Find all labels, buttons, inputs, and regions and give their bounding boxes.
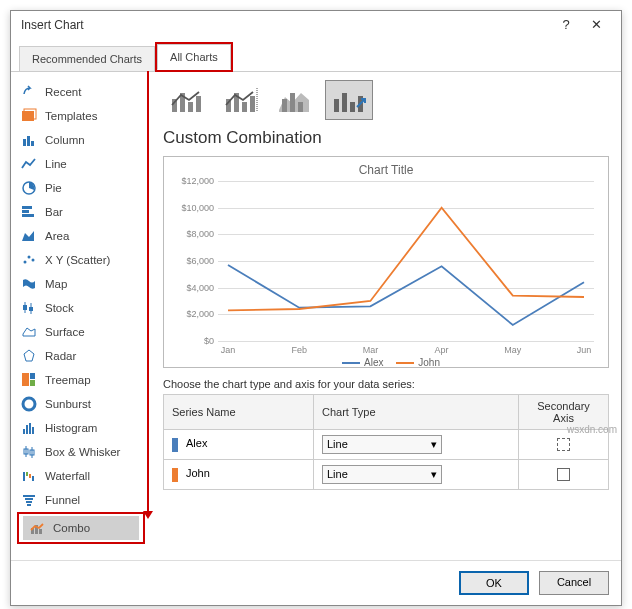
surface-icon	[21, 324, 37, 340]
column-icon	[21, 132, 37, 148]
insert-chart-dialog: Insert Chart ? ✕ Recommended Charts All …	[10, 10, 622, 606]
close-button[interactable]: ✕	[581, 17, 611, 32]
sidebar-item-radar[interactable]: Radar	[11, 344, 151, 368]
combo-thumb-3[interactable]	[271, 80, 319, 120]
plot-area: $0$2,000$4,000$6,000$8,000$10,000$12,000…	[218, 181, 594, 341]
chart-type-select-john[interactable]: Line▾	[322, 465, 442, 484]
sidebar-item-line[interactable]: Line	[11, 152, 151, 176]
svg-rect-36	[27, 504, 31, 506]
sunburst-icon	[21, 396, 37, 412]
sidebar-item-xy[interactable]: X Y (Scatter)	[11, 248, 151, 272]
ok-button[interactable]: OK	[459, 571, 529, 595]
secondary-axis-checkbox-john[interactable]	[557, 468, 570, 481]
chevron-down-icon: ▾	[431, 438, 437, 451]
svg-marker-16	[24, 350, 34, 361]
sidebar-label: Waterfall	[45, 470, 90, 482]
tab-all-highlight: All Charts	[155, 42, 233, 72]
sidebar-label: Funnel	[45, 494, 80, 506]
svg-rect-52	[334, 99, 339, 112]
th-chart-type: Chart Type	[314, 395, 519, 430]
sidebar-label: Column	[45, 134, 85, 146]
section-title: Custom Combination	[163, 128, 609, 148]
sidebar-item-stock[interactable]: Stock	[11, 296, 151, 320]
boxwhisker-icon	[21, 444, 37, 460]
cancel-button[interactable]: Cancel	[539, 571, 609, 595]
sidebar-item-combo[interactable]: Combo	[23, 516, 139, 540]
sidebar-label: Pie	[45, 182, 62, 194]
chart-type-select-alex[interactable]: Line▾	[322, 435, 442, 454]
treemap-icon	[21, 372, 37, 388]
sidebar-label: Histogram	[45, 422, 97, 434]
sidebar-item-boxwhisker[interactable]: Box & Whisker	[11, 440, 151, 464]
svg-rect-13	[23, 305, 27, 310]
svg-rect-33	[23, 495, 35, 497]
series-name: John	[186, 467, 210, 479]
tab-recommended[interactable]: Recommended Charts	[19, 46, 155, 72]
sidebar-label: Templates	[45, 110, 97, 122]
svg-rect-30	[26, 472, 28, 476]
sidebar-label: Bar	[45, 206, 63, 218]
combo-thumb-1[interactable]	[163, 80, 211, 120]
chart-preview[interactable]: Chart Title $0$2,000$4,000$6,000$8,000$1…	[163, 156, 609, 368]
sidebar-combo-highlight: Combo	[17, 512, 145, 544]
sidebar-item-funnel[interactable]: Funnel	[11, 488, 151, 512]
sidebar-item-recent[interactable]: Recent	[11, 80, 151, 104]
legend-label: Alex	[364, 357, 383, 368]
funnel-icon	[21, 492, 37, 508]
waterfall-icon	[21, 468, 37, 484]
svg-rect-8	[22, 214, 34, 217]
bar-icon	[21, 204, 37, 220]
sidebar-item-bar[interactable]: Bar	[11, 200, 151, 224]
svg-rect-4	[31, 141, 34, 146]
svg-rect-6	[22, 206, 32, 209]
map-icon	[21, 276, 37, 292]
help-button[interactable]: ?	[551, 17, 581, 32]
svg-rect-23	[29, 423, 31, 434]
legend-swatch-john	[396, 362, 414, 364]
select-value: Line	[327, 468, 348, 481]
combo-icon	[29, 520, 45, 536]
svg-rect-15	[29, 307, 33, 311]
sidebar-item-waterfall[interactable]: Waterfall	[11, 464, 151, 488]
svg-rect-31	[29, 474, 31, 478]
main-panel: Custom Combination Chart Title $0$2,000$…	[151, 72, 621, 552]
sidebar-label: Treemap	[45, 374, 91, 386]
combo-thumb-4-custom[interactable]	[325, 80, 373, 120]
sidebar-item-histogram[interactable]: Histogram	[11, 416, 151, 440]
svg-rect-54	[350, 102, 355, 112]
chart-type-sidebar: Recent Templates Column Line Pie Bar Are…	[11, 72, 151, 552]
svg-rect-39	[39, 529, 42, 534]
svg-rect-50	[290, 93, 295, 112]
sidebar-label: Box & Whisker	[45, 446, 120, 458]
dialog-title: Insert Chart	[21, 18, 84, 32]
svg-rect-53	[342, 93, 347, 112]
series-swatch	[172, 468, 178, 482]
tabs: Recommended Charts All Charts	[11, 42, 621, 72]
line-icon	[21, 156, 37, 172]
svg-rect-17	[22, 373, 29, 386]
recent-icon	[21, 84, 37, 100]
sidebar-item-column[interactable]: Column	[11, 128, 151, 152]
svg-point-11	[32, 259, 35, 262]
histogram-icon	[21, 420, 37, 436]
sidebar-item-surface[interactable]: Surface	[11, 320, 151, 344]
combo-thumb-2[interactable]	[217, 80, 265, 120]
sidebar-label: Stock	[45, 302, 74, 314]
svg-rect-29	[23, 472, 25, 481]
sidebar-label: Radar	[45, 350, 76, 362]
sidebar-item-pie[interactable]: Pie	[11, 176, 151, 200]
secondary-axis-checkbox-alex[interactable]	[557, 438, 570, 451]
sidebar-item-templates[interactable]: Templates	[11, 104, 151, 128]
radar-icon	[21, 348, 37, 364]
titlebar: Insert Chart ? ✕	[11, 11, 621, 38]
sidebar-label: Area	[45, 230, 69, 242]
scatter-icon	[21, 252, 37, 268]
sidebar-item-map[interactable]: Map	[11, 272, 151, 296]
series-instruction: Choose the chart type and axis for your …	[163, 378, 609, 390]
sidebar-item-area[interactable]: Area	[11, 224, 151, 248]
svg-rect-34	[25, 498, 33, 500]
sidebar-item-sunburst[interactable]: Sunburst	[11, 392, 151, 416]
tab-all-charts[interactable]: All Charts	[157, 44, 231, 70]
sidebar-item-treemap[interactable]: Treemap	[11, 368, 151, 392]
series-row-alex: Alex Line▾	[164, 430, 609, 460]
